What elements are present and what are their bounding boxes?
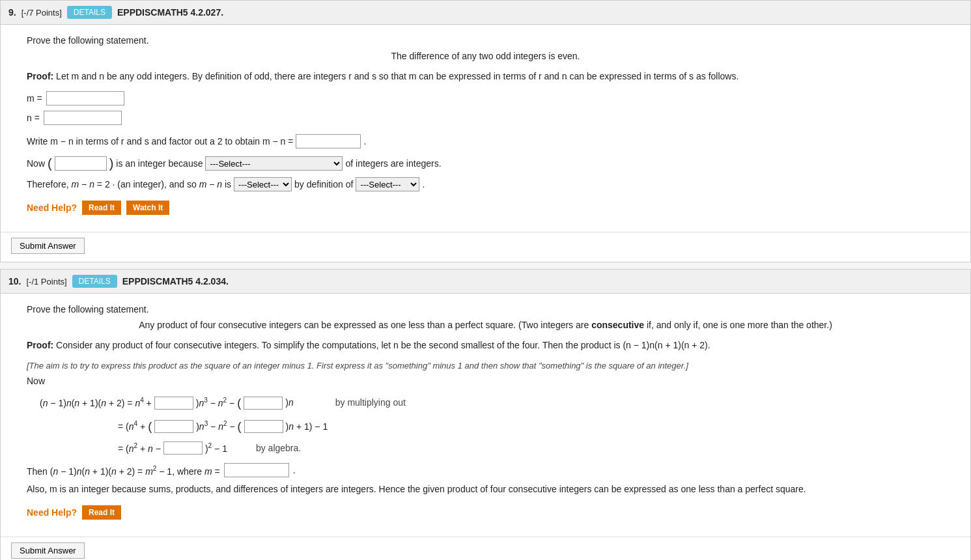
q9-body: Prove the following statement. The diffe… [1, 25, 970, 232]
q10-need-help: Need Help? Read It [27, 505, 944, 520]
q9-is-integer: is an integer because [116, 158, 203, 169]
question-10-header: 10. [-/1 Points] DETAILS EPPDISCMATH5 4.… [1, 270, 970, 294]
q9-period-2: . [422, 179, 425, 189]
q9-mn-input[interactable] [296, 134, 361, 148]
q10-line1-n: )n [285, 395, 293, 411]
q10-by-multiplying: by multiplying out [335, 395, 406, 411]
q9-by-def: by definition of [294, 179, 353, 189]
q10-period: . [293, 465, 296, 475]
q9-statement: The difference of any two odd integers i… [27, 51, 944, 61]
q9-write-row: Write m − n in terms of r and s and fact… [27, 134, 944, 148]
question-10-block: 10. [-/1 Points] DETAILS EPPDISCMATH5 4.… [0, 269, 971, 560]
q9-n-row: n = [27, 111, 944, 125]
q9-write-label: Write m − n in terms of r and s and fact… [27, 136, 293, 147]
q10-code: EPPDISCMATH5 4.2.034. [122, 276, 229, 287]
q10-body: Prove the following statement. Any produ… [1, 294, 970, 537]
q9-n-input[interactable] [44, 111, 122, 125]
q10-line1-input1[interactable] [154, 397, 193, 410]
q10-line2-prefix: = (n4 + [118, 418, 145, 435]
q10-details-button[interactable]: DETAILS [72, 275, 117, 288]
q9-need-help: Need Help? Read It Watch It [27, 201, 944, 215]
q10-line3-prefix: = (n2 + n − [118, 440, 161, 457]
q9-need-help-label: Need Help? [27, 203, 77, 213]
q9-number: 9. [8, 7, 16, 18]
q9-now-label: Now [27, 158, 45, 169]
q10-italic-block: [The aim is to try to express this produ… [27, 361, 944, 371]
q10-statement: Any product of four consecutive integers… [27, 320, 944, 330]
q10-math-line-3: = (n2 + n − )2 − 1 by algebra. [118, 440, 944, 457]
q9-proof-intro: Proof: Let m and n be any odd integers. … [27, 69, 944, 83]
q10-line3-input[interactable] [163, 441, 203, 455]
q9-paren-close: ) [109, 157, 114, 170]
q9-therefore-row: Therefore, m − n = 2 · (an integer), and… [27, 177, 944, 191]
q10-math-block: (n − 1)n(n + 1)(n + 2) = n4 + )n3 − n2 −… [40, 393, 944, 457]
q10-consecutive-bold: consecutive [591, 320, 644, 330]
q10-points: [-/1 Points] [26, 277, 66, 287]
q10-line2-end: )n + 1) − 1 [286, 419, 328, 435]
q9-m-label: m = [27, 93, 42, 104]
q9-submit-area: Submit Answer [1, 232, 970, 262]
q10-proof-intro: Proof: Consider any product of four cons… [27, 338, 944, 352]
q10-read-it-button[interactable]: Read It [82, 505, 121, 520]
q10-paren-open-3: ( [238, 416, 242, 437]
q10-need-help-label: Need Help? [27, 507, 77, 518]
q9-paren-open: ( [48, 157, 52, 170]
q9-select-3[interactable]: ---Select--- even integer odd integer [356, 177, 419, 191]
q10-by-algebra: by algebra. [256, 440, 301, 456]
q9-n-label: n = [27, 113, 40, 123]
q10-line1-lhs: (n − 1)n(n + 1)(n + 2) = n4 + [40, 395, 152, 412]
q9-period-1: . [363, 136, 366, 147]
q10-line2-input1[interactable] [154, 420, 193, 433]
q9-select-1[interactable]: ---Select--- sums products differences s… [205, 156, 343, 171]
q10-line1-input2[interactable] [244, 397, 283, 410]
q10-now-label: Now [27, 376, 944, 386]
q10-prove-label: Prove the following statement. [27, 304, 944, 315]
q9-m-row: m = [27, 91, 944, 105]
q10-paren-open-1: ( [237, 393, 241, 413]
q10-submit-button[interactable]: Submit Answer [11, 542, 85, 559]
q9-points: [-/7 Points] [21, 8, 62, 18]
q9-now-row: Now ( ) is an integer because ---Select-… [27, 156, 944, 171]
q9-watch-it-button[interactable]: Watch It [126, 201, 169, 215]
q9-details-button[interactable]: DETAILS [67, 6, 112, 19]
q10-then-label: Then (n − 1)n(n + 1)(n + 2) = m2 − 1, wh… [27, 465, 220, 477]
question-9-header: 9. [-/7 Points] DETAILS EPPDISCMATH5 4.2… [1, 1, 970, 25]
q9-now-input[interactable] [55, 156, 107, 171]
q10-number: 10. [8, 276, 21, 287]
q9-code: EPPDISCMATH5 4.2.027. [117, 7, 223, 18]
q9-of-integers: of integers are integers. [345, 158, 441, 169]
q10-math-line-1: (n − 1)n(n + 1)(n + 2) = n4 + )n3 − n2 −… [40, 393, 944, 413]
q10-submit-area: Submit Answer [1, 537, 970, 560]
q10-line2-input2[interactable] [244, 420, 283, 433]
q10-math-line-2: = (n4 + ( )n3 − n2 − ( )n + 1) − 1 [118, 416, 944, 437]
q9-submit-button[interactable]: Submit Answer [11, 238, 85, 254]
q10-also-text: Also, m is an integer because sums, prod… [27, 483, 944, 496]
q10-then-row: Then (n − 1)n(n + 1)(n + 2) = m2 − 1, wh… [27, 463, 944, 477]
q9-m-input[interactable] [46, 91, 124, 105]
q9-prove-label: Prove the following statement. [27, 35, 944, 46]
q10-line2-n3: )n3 − n2 − [196, 418, 234, 435]
q9-therefore-label: Therefore, m − n = 2 · (an integer), and… [27, 179, 231, 189]
q10-paren-open-2: ( [148, 416, 152, 437]
q9-read-it-button[interactable]: Read It [82, 201, 121, 215]
q10-m-input[interactable] [224, 463, 289, 477]
q10-line1-n3: )n3 − n2 − [196, 395, 234, 412]
question-9-block: 9. [-/7 Points] DETAILS EPPDISCMATH5 4.2… [0, 0, 971, 262]
q10-line3-end: )2 − 1 [205, 440, 227, 457]
q9-select-2[interactable]: ---Select--- even odd [234, 177, 292, 191]
